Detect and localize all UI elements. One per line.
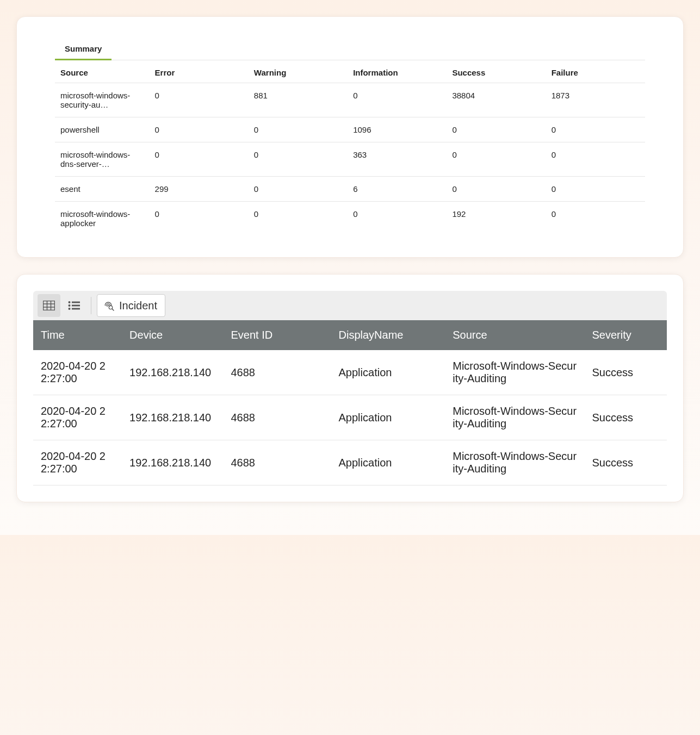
col-header-severity[interactable]: Severity (585, 320, 667, 350)
cell-time: 2020-04-20 22:27:00 (33, 350, 122, 395)
cell-success: 0 (447, 177, 546, 202)
col-header-failure[interactable]: Failure (546, 60, 645, 83)
cell-time: 2020-04-20 22:27:00 (33, 395, 122, 440)
cell-display_name: Application (331, 395, 445, 440)
svg-point-6 (69, 304, 71, 307)
cell-time: 2020-04-20 22:27:00 (33, 440, 122, 485)
cell-information: 1096 (348, 117, 447, 142)
svg-rect-9 (72, 305, 80, 307)
cell-error: 0 (150, 202, 249, 236)
cell-failure: 0 (546, 202, 645, 236)
cell-source: microsoft-windows-applocker (55, 202, 150, 236)
cell-warning: 0 (249, 177, 348, 202)
cell-device: 192.168.218.140 (122, 350, 223, 395)
cell-error: 0 (150, 83, 249, 117)
events-toolbar: Incident (33, 291, 667, 320)
svg-point-5 (69, 301, 71, 303)
cell-source: Microsoft-Windows-Security-Auditing (445, 350, 584, 395)
cell-failure: 0 (546, 117, 645, 142)
svg-rect-10 (72, 308, 80, 310)
col-header-warning[interactable]: Warning (249, 60, 348, 83)
table-row[interactable]: microsoft-windows-dns-server-…0036300 (55, 142, 645, 177)
summary-card: Summary Source Error Warning Information… (16, 16, 684, 258)
cell-failure: 0 (546, 177, 645, 202)
cell-severity: Success (585, 395, 667, 440)
toolbar-separator (91, 297, 91, 314)
cell-source: microsoft-windows-dns-server-… (55, 142, 150, 177)
table-row[interactable]: microsoft-windows-security-au…0881038804… (55, 83, 645, 117)
cell-error: 0 (150, 142, 249, 177)
view-table-button[interactable] (38, 294, 60, 317)
fingerprint-search-icon (103, 300, 115, 312)
svg-point-7 (69, 308, 71, 310)
cell-error: 299 (150, 177, 249, 202)
table-row[interactable]: microsoft-windows-applocker0001920 (55, 202, 645, 236)
table-row[interactable]: 2020-04-20 22:27:00192.168.218.1404688Ap… (33, 395, 667, 440)
col-header-success[interactable]: Success (447, 60, 546, 83)
cell-success: 0 (447, 117, 546, 142)
cell-event_id: 4688 (223, 395, 331, 440)
cell-success: 38804 (447, 83, 546, 117)
col-header-time[interactable]: Time (33, 320, 122, 350)
cell-event_id: 4688 (223, 350, 331, 395)
cell-information: 0 (348, 83, 447, 117)
cell-success: 0 (447, 142, 546, 177)
col-header-displayname[interactable]: DisplayName (331, 320, 445, 350)
cell-source: esent (55, 177, 150, 202)
col-header-information[interactable]: Information (348, 60, 447, 83)
cell-failure: 1873 (546, 83, 645, 117)
summary-table: Source Error Warning Information Success… (55, 60, 645, 235)
cell-information: 0 (348, 202, 447, 236)
table-row[interactable]: 2020-04-20 22:27:00192.168.218.1404688Ap… (33, 440, 667, 485)
cell-device: 192.168.218.140 (122, 440, 223, 485)
svg-rect-0 (44, 301, 55, 310)
cell-warning: 0 (249, 117, 348, 142)
col-header-source[interactable]: Source (55, 60, 150, 83)
events-card: Incident Time Device Event ID DisplayNam… (16, 274, 684, 502)
cell-display_name: Application (331, 350, 445, 395)
events-header-row: Time Device Event ID DisplayName Source … (33, 320, 667, 350)
table-row[interactable]: 2020-04-20 22:27:00192.168.218.1404688Ap… (33, 350, 667, 395)
table-icon (43, 301, 55, 310)
cell-severity: Success (585, 350, 667, 395)
summary-header-row: Source Error Warning Information Success… (55, 60, 645, 83)
incident-button[interactable]: Incident (97, 294, 165, 317)
list-icon (68, 301, 80, 310)
col-header-device[interactable]: Device (122, 320, 223, 350)
cell-failure: 0 (546, 142, 645, 177)
svg-line-12 (112, 309, 114, 310)
cell-information: 6 (348, 177, 447, 202)
cell-device: 192.168.218.140 (122, 395, 223, 440)
table-row[interactable]: esent2990600 (55, 177, 645, 202)
cell-warning: 0 (249, 202, 348, 236)
cell-source: powershell (55, 117, 150, 142)
cell-warning: 881 (249, 83, 348, 117)
cell-source: Microsoft-Windows-Security-Auditing (445, 440, 584, 485)
cell-event_id: 4688 (223, 440, 331, 485)
svg-rect-8 (72, 302, 80, 303)
cell-error: 0 (150, 117, 249, 142)
col-header-error[interactable]: Error (150, 60, 249, 83)
cell-display_name: Application (331, 440, 445, 485)
cell-source: Microsoft-Windows-Security-Auditing (445, 395, 584, 440)
table-row[interactable]: powershell00109600 (55, 117, 645, 142)
cell-severity: Success (585, 440, 667, 485)
cell-warning: 0 (249, 142, 348, 177)
events-table: Time Device Event ID DisplayName Source … (33, 320, 667, 485)
col-header-event-id[interactable]: Event ID (223, 320, 331, 350)
incident-button-label: Incident (119, 300, 157, 312)
cell-source: microsoft-windows-security-au… (55, 83, 150, 117)
cell-information: 363 (348, 142, 447, 177)
col-header-source[interactable]: Source (445, 320, 584, 350)
view-list-button[interactable] (63, 294, 85, 317)
cell-success: 192 (447, 202, 546, 236)
tab-bar: Summary (55, 39, 645, 60)
tab-summary[interactable]: Summary (55, 39, 111, 60)
